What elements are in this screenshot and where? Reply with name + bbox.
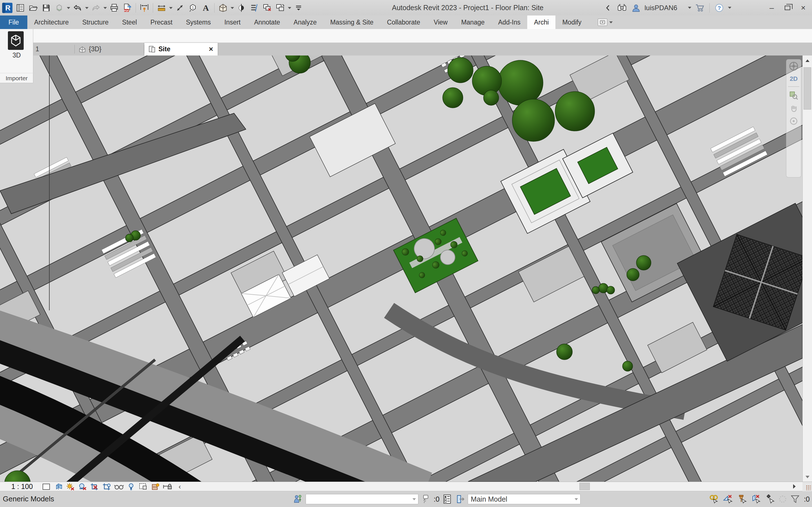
ribbon-tab-structure[interactable]: Structure bbox=[75, 15, 115, 29]
switch-windows-dropdown[interactable] bbox=[288, 7, 291, 9]
view-scale[interactable]: 1 : 100 bbox=[11, 483, 33, 491]
crop-view-off-icon[interactable] bbox=[90, 483, 100, 491]
tag-by-category-icon[interactable]: 1 bbox=[187, 2, 199, 14]
visual-style-icon[interactable] bbox=[54, 483, 63, 491]
design-option-dropdown[interactable]: Main Model bbox=[468, 494, 580, 504]
save-icon[interactable] bbox=[41, 2, 52, 14]
zoom-region-icon[interactable] bbox=[789, 91, 799, 100]
importer-3d-button[interactable] bbox=[8, 31, 24, 50]
ribbon-tab-view[interactable]: View bbox=[427, 15, 454, 29]
synchronize-icon[interactable] bbox=[54, 2, 65, 14]
view-bar-collapse-icon[interactable]: ‹ bbox=[175, 483, 185, 491]
ribbon-tab-manage[interactable]: Manage bbox=[455, 15, 492, 29]
temporary-view-properties-icon[interactable] bbox=[139, 483, 148, 491]
exclude-options-icon[interactable] bbox=[455, 494, 465, 504]
ribbon-tab-massing-site[interactable]: Massing & Site bbox=[323, 15, 380, 29]
vertical-scrollbar[interactable] bbox=[802, 55, 812, 482]
open-icon[interactable] bbox=[28, 2, 39, 14]
aligned-dimension-icon[interactable] bbox=[139, 2, 150, 14]
section-icon[interactable] bbox=[236, 2, 247, 14]
detail-level-icon[interactable] bbox=[42, 483, 51, 491]
scroll-right-icon[interactable] bbox=[793, 484, 796, 489]
scroll-down-icon[interactable] bbox=[806, 476, 809, 478]
measure-dropdown[interactable] bbox=[169, 7, 172, 9]
back-icon[interactable] bbox=[602, 2, 613, 14]
show-crop-region-icon[interactable] bbox=[102, 483, 112, 491]
ribbon-tab-systems[interactable]: Systems bbox=[179, 15, 218, 29]
active-workset-dropdown[interactable] bbox=[306, 494, 418, 504]
help-icon[interactable]: ? bbox=[714, 2, 725, 14]
sun-path-off-icon[interactable] bbox=[66, 483, 75, 491]
undo-dropdown[interactable] bbox=[85, 7, 89, 9]
ribbon-tab-annotate[interactable]: Annotate bbox=[247, 15, 287, 29]
design-options-icon[interactable] bbox=[442, 494, 453, 504]
view-tab-1[interactable]: 1 bbox=[33, 43, 75, 55]
modify-arrows-icon[interactable] bbox=[174, 2, 186, 14]
ribbon-tab-insert[interactable]: Insert bbox=[218, 15, 248, 29]
select-pinned-elements-icon[interactable] bbox=[737, 494, 748, 504]
thin-lines-icon[interactable] bbox=[249, 2, 260, 14]
text-note-icon[interactable]: A bbox=[200, 2, 211, 14]
close-button[interactable]: × bbox=[797, 1, 810, 14]
ribbon-tab-collaborate[interactable]: Collaborate bbox=[380, 15, 427, 29]
horizontal-scroll-thumb[interactable] bbox=[579, 483, 590, 490]
scroll-up-icon[interactable] bbox=[806, 59, 809, 62]
ribbon-tab-modify[interactable]: Modify bbox=[555, 15, 588, 29]
horizontal-scrollbar[interactable] bbox=[186, 482, 802, 491]
default-3d-view-icon[interactable] bbox=[217, 2, 229, 14]
steering-wheel-icon[interactable] bbox=[789, 61, 799, 71]
drawing-area[interactable]: 2D bbox=[0, 55, 802, 482]
ribbon-tab-file[interactable]: File bbox=[0, 15, 28, 29]
pan-hand-icon[interactable] bbox=[790, 104, 798, 113]
redo-icon[interactable] bbox=[90, 2, 101, 14]
resize-grip[interactable] bbox=[806, 485, 811, 490]
undo-icon[interactable] bbox=[72, 2, 83, 14]
measure-icon[interactable] bbox=[156, 2, 167, 14]
importer-3d-button-label[interactable]: 3D bbox=[0, 52, 33, 59]
synchronize-dropdown[interactable] bbox=[67, 7, 70, 9]
shadows-off-icon[interactable] bbox=[78, 483, 87, 491]
drag-elements-on-selection-icon[interactable] bbox=[765, 494, 776, 504]
ribbon-tab-precast[interactable]: Precast bbox=[144, 15, 179, 29]
view-tab-3d[interactable]: {3D} bbox=[75, 43, 144, 55]
temporary-hide-isolate-icon[interactable] bbox=[114, 483, 124, 491]
ribbon-tab-steel[interactable]: Steel bbox=[115, 15, 144, 29]
minimize-button[interactable]: – bbox=[765, 1, 778, 14]
close-inactive-windows-icon[interactable] bbox=[262, 2, 273, 14]
view-tab-site[interactable]: Site × bbox=[144, 43, 218, 55]
editing-requests-icon[interactable] bbox=[421, 494, 432, 504]
customize-qat-icon[interactable] bbox=[293, 2, 304, 14]
default-3d-view-dropdown[interactable] bbox=[231, 7, 234, 9]
reveal-constraints-icon[interactable] bbox=[163, 483, 172, 491]
importer-panel-label[interactable]: Importer bbox=[0, 73, 33, 82]
help-dropdown[interactable] bbox=[728, 7, 731, 9]
ribbon-tab-analyze[interactable]: Analyze bbox=[287, 15, 323, 29]
select-links-icon[interactable] bbox=[709, 494, 719, 504]
select-elements-by-face-icon[interactable] bbox=[751, 494, 762, 504]
ribbon-tab-architecture[interactable]: Architecture bbox=[28, 15, 75, 29]
ribbon-tab-archi[interactable]: Archi bbox=[527, 15, 555, 29]
view-tab-site-close-icon[interactable]: × bbox=[209, 45, 213, 54]
user-dropdown[interactable] bbox=[688, 7, 691, 9]
restore-button[interactable] bbox=[781, 1, 794, 14]
switch-windows-icon[interactable] bbox=[274, 2, 286, 14]
filter-icon[interactable] bbox=[790, 494, 801, 504]
search-binoculars-icon[interactable] bbox=[616, 2, 627, 14]
redo-dropdown[interactable] bbox=[103, 7, 107, 9]
export-pdf-icon[interactable]: PDF bbox=[121, 2, 133, 14]
app-store-cart-icon[interactable] bbox=[694, 2, 705, 14]
worksets-icon[interactable] bbox=[293, 494, 303, 504]
vertical-scroll-thumb[interactable] bbox=[804, 67, 811, 110]
properties-icon[interactable] bbox=[15, 2, 26, 14]
navbar-wheel-small-icon[interactable] bbox=[789, 117, 798, 126]
show-analytical-model-icon[interactable] bbox=[151, 483, 160, 491]
reveal-hidden-elements-icon[interactable] bbox=[126, 483, 136, 491]
ribbon-tab-add-ins[interactable]: Add-Ins bbox=[492, 15, 527, 29]
username[interactable]: luisPDAN6 bbox=[645, 4, 677, 12]
navbar-2d-label[interactable]: 2D bbox=[790, 75, 798, 82]
ribbon-state-toggle[interactable] bbox=[598, 15, 613, 29]
select-underlay-elements-icon[interactable] bbox=[723, 494, 733, 504]
revit-logo-icon[interactable]: R bbox=[2, 2, 13, 14]
user-avatar-icon[interactable] bbox=[630, 2, 642, 14]
print-icon[interactable] bbox=[109, 2, 120, 14]
